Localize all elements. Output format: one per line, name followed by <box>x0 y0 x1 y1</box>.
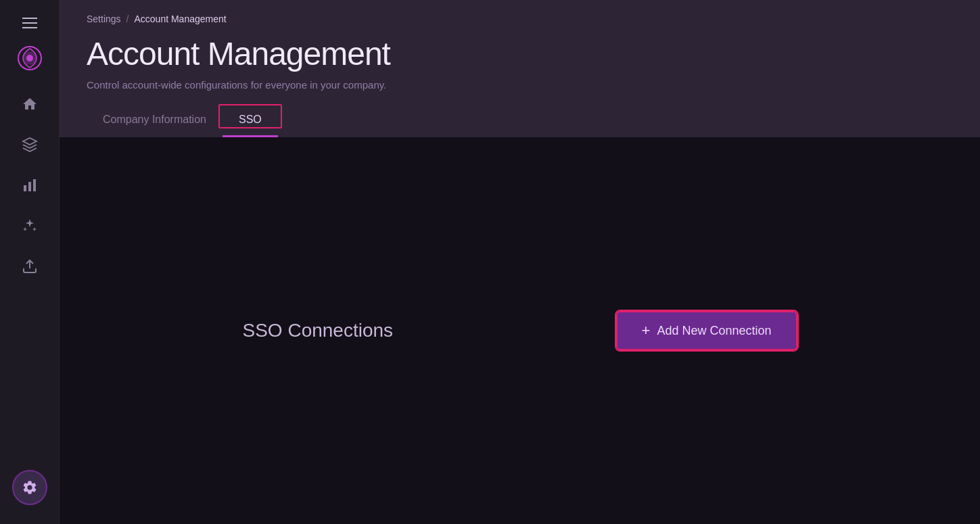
tab-sso[interactable]: SSO <box>223 107 278 137</box>
svg-rect-3 <box>24 185 26 191</box>
tab-company-information[interactable]: Company Information <box>87 107 223 137</box>
page-title: Account Management <box>87 35 953 72</box>
tab-sso-label: SSO <box>239 114 262 125</box>
svg-rect-4 <box>28 182 31 191</box>
settings-button[interactable] <box>12 470 47 505</box>
sso-connections-title: SSO Connections <box>243 320 394 341</box>
sso-connections-section: SSO Connections + Add New Connection <box>216 311 824 350</box>
sidebar-item-analytics[interactable] <box>12 168 47 203</box>
svg-point-2 <box>26 55 33 62</box>
add-new-connection-button[interactable]: + Add New Connection <box>616 311 797 350</box>
add-connection-label: Add New Connection <box>657 324 771 338</box>
tabs-container: Company Information SSO <box>87 107 953 137</box>
breadcrumb-root[interactable]: Settings <box>87 14 121 24</box>
sidebar <box>0 0 60 524</box>
sidebar-item-ai[interactable] <box>12 208 47 243</box>
content-area: SSO Connections + Add New Connection <box>60 137 980 524</box>
app-logo <box>15 43 45 73</box>
tab-company-information-label: Company Information <box>103 114 206 125</box>
sidebar-navigation <box>12 87 47 470</box>
sidebar-bottom <box>12 470 47 516</box>
main-content: Settings / Account Management Account Ma… <box>60 0 980 524</box>
breadcrumb-separator: / <box>126 14 129 24</box>
sidebar-item-upload[interactable] <box>12 249 47 284</box>
svg-rect-5 <box>33 179 36 191</box>
page-header: Settings / Account Management Account Ma… <box>60 0 980 137</box>
sidebar-item-objects[interactable] <box>12 127 47 162</box>
sidebar-item-home[interactable] <box>12 87 47 122</box>
breadcrumb-current: Account Management <box>134 14 226 24</box>
page-subtitle: Control account-wide configurations for … <box>87 79 953 91</box>
breadcrumb: Settings / Account Management <box>87 14 953 24</box>
hamburger-menu-button[interactable] <box>15 8 45 38</box>
plus-icon: + <box>642 323 651 338</box>
